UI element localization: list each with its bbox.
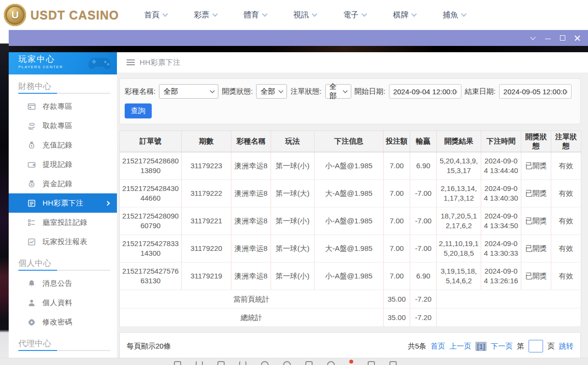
taskbar-icon[interactable] xyxy=(305,361,313,365)
sidebar-item[interactable]: 充值記錄 xyxy=(9,135,117,155)
table-cell: 31179223 xyxy=(182,152,231,180)
table-cell: 2024-09-04 13:26:16 xyxy=(481,263,521,290)
sidebar-item-label: 修改密碼 xyxy=(43,318,72,327)
filter-button-row: 查詢 xyxy=(125,103,575,118)
draw-status-label: 開獎狀態: xyxy=(222,87,253,96)
order-status-select[interactable]: 全部 xyxy=(325,84,351,99)
taskbar-icon[interactable] xyxy=(174,361,181,365)
sidebar-item[interactable]: 玩家投注報表 xyxy=(9,232,117,251)
chevron-down-icon xyxy=(343,88,347,93)
table-row: 215217254275766313031179219澳洲幸运8第一球(小)小-… xyxy=(120,263,581,290)
sidebar-item[interactable]: 存款專區 xyxy=(9,97,117,116)
top-navbar: U USDT CASINO 首頁彩票體育視訊電子棋牌捕魚 xyxy=(0,0,588,30)
close-icon[interactable] xyxy=(570,30,585,46)
sidebar-item[interactable]: 提現記錄 xyxy=(9,155,117,174)
table-cell: 有效 xyxy=(551,152,581,180)
nav-item[interactable]: 電子 xyxy=(343,10,366,20)
window-controls xyxy=(525,30,585,46)
bets-table: 訂單號期數彩種名稱玩法下注信息投注額輸贏開獎結果下注時間開獎狀態注單狀態 215… xyxy=(119,131,581,327)
nav-item[interactable]: 首頁 xyxy=(144,10,167,20)
first-page-link[interactable]: 首页 xyxy=(430,342,445,351)
nav-item-label: 視訊 xyxy=(293,10,309,20)
taskbar-icon[interactable] xyxy=(196,361,203,365)
chevron-down-icon xyxy=(312,11,317,16)
chevron-down-icon[interactable] xyxy=(525,30,540,46)
table-cell: 小-A盤@1.985 xyxy=(315,207,384,235)
table-cell: 已開獎 xyxy=(521,180,551,207)
end-date-input[interactable] xyxy=(499,84,572,99)
table-cell: 澳洲幸运8 xyxy=(231,180,271,207)
jump-prefix-label: 第 xyxy=(517,342,524,351)
sidebar-item[interactable]: 廳室投註記錄 xyxy=(9,213,117,232)
sidebar-item-label: 提現記錄 xyxy=(43,160,72,169)
draw-status-select[interactable]: 全部 xyxy=(256,84,287,99)
prev-page-link[interactable]: 上一页 xyxy=(449,342,471,351)
taskbar-icon[interactable] xyxy=(389,361,397,365)
start-date-label: 開始日期: xyxy=(355,87,386,96)
table-cell: 7.00 xyxy=(384,152,410,180)
nav-item-label: 棋牌 xyxy=(393,10,408,20)
table-cell: 澳洲幸运8 xyxy=(231,235,271,263)
grand-summary-row: 總統計 35.00 -7.20 xyxy=(120,308,581,327)
sidebar-item[interactable]: 個人資料 xyxy=(9,293,117,312)
sidebar-section-title: 個人中心 xyxy=(9,251,117,270)
taskbar-icon[interactable] xyxy=(327,361,335,365)
window-titlebar[interactable] xyxy=(9,30,588,46)
sidebar-item-label: 取款專區 xyxy=(43,121,72,131)
taskbar-icon[interactable] xyxy=(261,361,269,365)
maximize-icon[interactable] xyxy=(555,30,570,46)
jump-link[interactable]: 跳转 xyxy=(559,342,574,351)
chevron-down-icon xyxy=(163,11,168,16)
page-size-text: 每頁顯示20條 xyxy=(127,342,171,351)
hall-bet-record-icon xyxy=(27,218,36,227)
table-cell: 7.00 xyxy=(384,263,410,290)
sidebar-item-label: 廳室投註記錄 xyxy=(43,218,87,227)
sidebar-item[interactable]: 消息公告 xyxy=(9,274,117,293)
taskbar-icon[interactable] xyxy=(217,361,225,365)
taskbar-icon[interactable] xyxy=(239,361,246,365)
next-page-link[interactable]: 下一页 xyxy=(491,342,513,351)
hamburger-icon[interactable] xyxy=(127,59,135,65)
column-header: 訂單號 xyxy=(120,131,182,152)
window-body: 玩家中心 PLAYERS CENTER 財務中心存款專區取款專區充值記錄提現記錄… xyxy=(9,52,588,365)
jump-page-input[interactable] xyxy=(529,340,543,352)
nav-item[interactable]: 彩票 xyxy=(194,10,217,20)
current-page-indicator: [1] xyxy=(475,342,487,351)
table-cell: 31179220 xyxy=(182,235,231,263)
table-cell: 澳洲幸运8 xyxy=(231,207,271,235)
sidebar-item[interactable]: 資金記錄 xyxy=(9,174,117,193)
start-date-input[interactable] xyxy=(389,84,461,99)
taskbar-icon[interactable] xyxy=(368,361,375,365)
table-row: 215217254286801389031179223澳洲幸运8第一球(小)小-… xyxy=(120,152,581,180)
table-header-row: 訂單號期數彩種名稱玩法下注信息投注額輸贏開獎結果下注時間開獎狀態注單狀態 xyxy=(120,131,581,152)
minimize-icon[interactable] xyxy=(540,30,555,46)
content-inner: 彩種名稱: 全部 開獎狀態: 全部 注單狀態: xyxy=(117,73,588,360)
sidebar-item[interactable]: 取款專區 xyxy=(9,116,117,135)
grand-summary-winloss: -7.20 xyxy=(410,308,437,327)
nav-item[interactable]: 體育 xyxy=(244,10,267,20)
table-row: 215217254278331430031179220澳洲幸运8第一球(大)大-… xyxy=(120,235,581,263)
table-cell: 7.00 xyxy=(384,235,410,263)
table-cell: 澳洲幸运8 xyxy=(231,263,271,290)
column-header: 彩種名稱 xyxy=(231,131,271,152)
brand-logo[interactable]: U USDT CASINO xyxy=(4,4,119,26)
sidebar-item[interactable]: 修改密碼 xyxy=(9,312,117,332)
grand-summary-label: 總統計 xyxy=(120,308,384,327)
nav-item[interactable]: 捕魚 xyxy=(443,10,466,20)
sidebar-item-label: 充值記錄 xyxy=(43,141,72,150)
grand-summary-bet: 35.00 xyxy=(384,308,410,327)
taskbar xyxy=(0,358,588,365)
nav-item[interactable]: 棋牌 xyxy=(393,10,416,20)
chevron-down-icon xyxy=(362,11,367,16)
table-cell: 2,16,13,14,1,17,3,12 xyxy=(437,180,481,207)
taskbar-icon[interactable] xyxy=(283,361,291,365)
recharge-record-icon xyxy=(27,141,36,150)
nav-item-label: 捕魚 xyxy=(443,10,458,20)
order-status-label: 注單狀態: xyxy=(290,87,321,96)
chevron-down-icon xyxy=(210,88,215,93)
nav-item[interactable]: 視訊 xyxy=(293,10,316,20)
sidebar-item[interactable]: HH彩票下注 xyxy=(9,193,117,213)
main-content: HH彩票下注 彩種名稱: 全部 開獎狀態: 全 xyxy=(117,52,588,365)
lottery-select[interactable]: 全部 xyxy=(159,84,218,99)
search-button[interactable]: 查詢 xyxy=(125,103,152,118)
